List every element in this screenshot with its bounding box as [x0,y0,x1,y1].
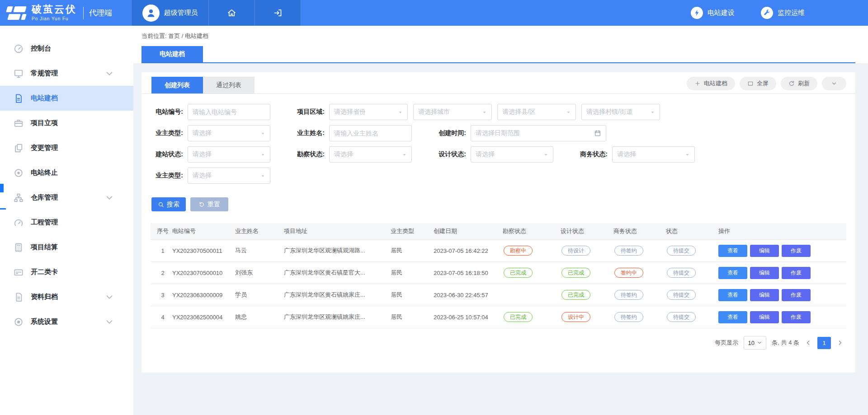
sidebar-item-project-approval[interactable]: 项目立项 [0,111,133,135]
edit-button[interactable]: 编辑 [750,267,779,279]
header-nav-monitor-ops[interactable]: 监控运维 [761,7,805,19]
table-row: 2YX2023070500010刘强东广东深圳龙华区黄石镇星官大...居民202… [151,262,846,284]
tab-passed-list[interactable]: 通过列表 [203,77,255,93]
header-nav: 电站建设监控运维 [301,0,868,26]
build-status-select[interactable]: 请选择 [188,146,270,163]
view-button[interactable]: 查看 [718,267,747,279]
sidebar-item-console[interactable]: 控制台 [0,36,133,61]
void-button[interactable]: 作废 [782,311,811,323]
target-icon [14,168,24,178]
sidebar-item-label: 资料归档 [31,293,104,301]
sidebar-item-label: 项目结算 [31,243,122,252]
content-card: 创建列表通过列表 电站建档全屏刷新 电站编号: 项目区域: 请选择省份请选择城市… [142,72,855,373]
column-header: 设计状态 [561,227,613,235]
region-select-1[interactable]: 请选择城市 [413,104,492,120]
brand-subtitle: Po Jian Yun Fu [32,17,77,21]
sidebar-item-engineering-mgmt[interactable]: 工程管理 [0,210,133,235]
wrench-icon [763,9,771,17]
status-pill: 待提交 [667,312,696,322]
sidebar-item-station-terminate[interactable]: 电站终止 [0,160,133,185]
cell-created: 2023-07-05 16:42:22 [434,247,503,254]
chevron-down-icon [104,317,114,327]
cell-actions: 查看编辑作废 [718,289,846,301]
view-button[interactable]: 查看 [718,289,747,301]
sidebar-item-change-mgmt[interactable]: 变更管理 [0,135,133,160]
cell-station-no: YX2023062500004 [172,314,235,321]
caret-down-icon [398,110,403,115]
per-page-label: 每页显示 [715,339,738,347]
chevron-down-icon [757,340,762,345]
next-page-button[interactable] [836,339,844,346]
sidebar-item-label: 工程管理 [31,218,122,227]
region-select-0[interactable]: 请选择省份 [329,104,408,120]
sidebar-item-label: 项目立项 [31,119,122,127]
design-status-select[interactable]: 请选择 [471,146,553,163]
sidebar-item-label: 变更管理 [31,144,122,152]
owner-name-label: 业主姓名: [293,129,325,137]
fullscreen-button[interactable]: 全屏 [740,77,776,90]
breadcrumb-path[interactable]: 首页 / 电站建档 [168,33,208,39]
void-button[interactable]: 作废 [782,245,811,257]
status-pill: 待提交 [667,268,696,278]
cell-address: 广东深圳龙华区观澜镇姚家庄... [284,313,391,321]
current-page[interactable]: 1 [817,337,831,349]
cell-created: 2023-06-30 22:45:57 [434,292,503,298]
cell-owner: 姚忠 [235,313,284,321]
fullscreen-icon [747,80,754,87]
status-pill: 设计中 [561,312,590,322]
view-button[interactable]: 查看 [718,311,747,323]
header-nav-label: 电站建设 [708,9,735,17]
create-time-label: 创建时间: [434,129,466,137]
brand-divider [83,7,84,19]
logout-button[interactable] [255,0,301,26]
collapse-button[interactable] [822,77,846,90]
calendar-icon [594,130,601,137]
void-button[interactable]: 作废 [782,267,811,279]
survey-status-select[interactable]: 请选择 [329,146,412,163]
prev-page-button[interactable] [805,339,812,346]
owner-type-select[interactable]: 请选择 [188,125,270,141]
view-button[interactable]: 查看 [718,245,747,257]
reset-button[interactable]: 重置 [190,197,228,211]
search-button[interactable]: 搜索 [151,197,186,211]
create-time-range-input[interactable]: 请选择日期范围 [471,125,606,141]
cell-no: 3 [153,292,172,298]
home-button[interactable] [209,0,255,26]
refresh-button[interactable]: 刷新 [781,77,817,90]
sidebar-item-data-archive[interactable]: 资料归档 [0,284,133,309]
sidebar-item-open-card[interactable]: 开二类卡 [0,260,133,284]
pagination: 每页显示 10 条, 共 4 条 1 [142,336,844,350]
cell-owner: 刘强东 [235,269,284,277]
sidebar-item-project-settle[interactable]: 项目结算 [0,235,133,260]
owner-type2-select[interactable]: 请选择 [188,168,270,184]
page-tab[interactable]: 电站建档 [142,46,203,62]
edit-button[interactable]: 编辑 [750,311,779,323]
sidebar-item-general-mgmt[interactable]: 常规管理 [0,61,133,86]
cell-owner-type: 居民 [391,313,434,321]
tab-create-list[interactable]: 创建列表 [151,77,203,93]
void-button[interactable]: 作废 [782,289,811,301]
cell-owner-type: 居民 [391,269,434,277]
briefcase-icon [14,118,24,128]
sidebar-item-station-archive[interactable]: 电站建档 [0,86,133,111]
page-top: 当前位置: 首页 / 电站建档 电站建档 [133,26,868,63]
edit-button[interactable]: 编辑 [750,245,779,257]
owner-name-input[interactable] [329,125,412,141]
cell-address: 广东深圳龙华区观澜镇观湖路... [284,247,391,255]
sidebar-item-warehouse-mgmt[interactable]: 仓库管理 [0,185,133,210]
chevron-down-icon [104,292,114,302]
region-select-3[interactable]: 请选择村镇/街道 [581,104,660,120]
sidebar-item-label: 控制台 [31,44,122,53]
per-page-select[interactable]: 10 [744,336,766,350]
status-pill: 待签约 [614,246,643,256]
edit-button[interactable]: 编辑 [750,289,779,301]
caret-down-icon [260,173,265,178]
business-status-select[interactable]: 请选择 [612,146,695,163]
station-no-input[interactable] [188,104,270,120]
add-station-button[interactable]: 电站建档 [687,77,735,90]
region-select-2[interactable]: 请选择县/区 [497,104,576,120]
user-menu[interactable]: 超级管理员 [131,0,209,26]
cell-address: 广东深圳龙华区黄石镇星官大... [284,269,391,277]
sidebar-item-system-settings[interactable]: 系统设置 [0,309,133,334]
header-nav-station-build[interactable]: 电站建设 [691,7,735,19]
